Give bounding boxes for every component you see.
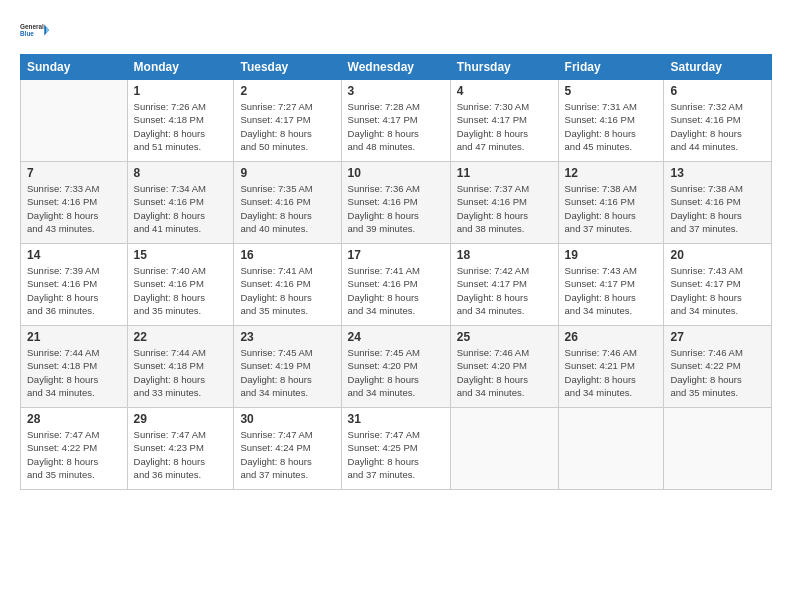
calendar-cell: 4Sunrise: 7:30 AM Sunset: 4:17 PM Daylig… <box>450 80 558 162</box>
day-info: Sunrise: 7:42 AM Sunset: 4:17 PM Dayligh… <box>457 264 552 317</box>
day-info: Sunrise: 7:43 AM Sunset: 4:17 PM Dayligh… <box>565 264 658 317</box>
day-info: Sunrise: 7:37 AM Sunset: 4:16 PM Dayligh… <box>457 182 552 235</box>
day-number: 7 <box>27 166 121 180</box>
calendar-cell: 13Sunrise: 7:38 AM Sunset: 4:16 PM Dayli… <box>664 162 772 244</box>
calendar-cell: 17Sunrise: 7:41 AM Sunset: 4:16 PM Dayli… <box>341 244 450 326</box>
logo-icon: GeneralBlue <box>20 16 52 44</box>
week-row-1: 1Sunrise: 7:26 AM Sunset: 4:18 PM Daylig… <box>21 80 772 162</box>
calendar-cell: 8Sunrise: 7:34 AM Sunset: 4:16 PM Daylig… <box>127 162 234 244</box>
week-row-2: 7Sunrise: 7:33 AM Sunset: 4:16 PM Daylig… <box>21 162 772 244</box>
day-number: 10 <box>348 166 444 180</box>
day-number: 29 <box>134 412 228 426</box>
calendar-cell: 30Sunrise: 7:47 AM Sunset: 4:24 PM Dayli… <box>234 408 341 490</box>
weekday-header-tuesday: Tuesday <box>234 55 341 80</box>
calendar-cell: 24Sunrise: 7:45 AM Sunset: 4:20 PM Dayli… <box>341 326 450 408</box>
day-info: Sunrise: 7:44 AM Sunset: 4:18 PM Dayligh… <box>27 346 121 399</box>
calendar-cell: 11Sunrise: 7:37 AM Sunset: 4:16 PM Dayli… <box>450 162 558 244</box>
day-number: 27 <box>670 330 765 344</box>
calendar-cell: 3Sunrise: 7:28 AM Sunset: 4:17 PM Daylig… <box>341 80 450 162</box>
day-number: 25 <box>457 330 552 344</box>
day-number: 8 <box>134 166 228 180</box>
day-info: Sunrise: 7:46 AM Sunset: 4:21 PM Dayligh… <box>565 346 658 399</box>
day-number: 11 <box>457 166 552 180</box>
day-number: 14 <box>27 248 121 262</box>
day-info: Sunrise: 7:33 AM Sunset: 4:16 PM Dayligh… <box>27 182 121 235</box>
calendar-cell: 18Sunrise: 7:42 AM Sunset: 4:17 PM Dayli… <box>450 244 558 326</box>
day-info: Sunrise: 7:26 AM Sunset: 4:18 PM Dayligh… <box>134 100 228 153</box>
weekday-header-thursday: Thursday <box>450 55 558 80</box>
day-info: Sunrise: 7:30 AM Sunset: 4:17 PM Dayligh… <box>457 100 552 153</box>
day-info: Sunrise: 7:34 AM Sunset: 4:16 PM Dayligh… <box>134 182 228 235</box>
day-number: 26 <box>565 330 658 344</box>
calendar-cell: 15Sunrise: 7:40 AM Sunset: 4:16 PM Dayli… <box>127 244 234 326</box>
calendar-cell: 22Sunrise: 7:44 AM Sunset: 4:18 PM Dayli… <box>127 326 234 408</box>
calendar-cell: 7Sunrise: 7:33 AM Sunset: 4:16 PM Daylig… <box>21 162 128 244</box>
calendar-cell: 9Sunrise: 7:35 AM Sunset: 4:16 PM Daylig… <box>234 162 341 244</box>
weekday-header-monday: Monday <box>127 55 234 80</box>
day-number: 30 <box>240 412 334 426</box>
day-info: Sunrise: 7:38 AM Sunset: 4:16 PM Dayligh… <box>670 182 765 235</box>
day-info: Sunrise: 7:40 AM Sunset: 4:16 PM Dayligh… <box>134 264 228 317</box>
day-info: Sunrise: 7:46 AM Sunset: 4:20 PM Dayligh… <box>457 346 552 399</box>
day-number: 21 <box>27 330 121 344</box>
day-info: Sunrise: 7:45 AM Sunset: 4:20 PM Dayligh… <box>348 346 444 399</box>
week-row-5: 28Sunrise: 7:47 AM Sunset: 4:22 PM Dayli… <box>21 408 772 490</box>
svg-text:Blue: Blue <box>20 30 34 37</box>
day-number: 23 <box>240 330 334 344</box>
day-info: Sunrise: 7:46 AM Sunset: 4:22 PM Dayligh… <box>670 346 765 399</box>
calendar-cell: 23Sunrise: 7:45 AM Sunset: 4:19 PM Dayli… <box>234 326 341 408</box>
day-info: Sunrise: 7:47 AM Sunset: 4:24 PM Dayligh… <box>240 428 334 481</box>
day-info: Sunrise: 7:45 AM Sunset: 4:19 PM Dayligh… <box>240 346 334 399</box>
day-info: Sunrise: 7:47 AM Sunset: 4:22 PM Dayligh… <box>27 428 121 481</box>
week-row-4: 21Sunrise: 7:44 AM Sunset: 4:18 PM Dayli… <box>21 326 772 408</box>
day-info: Sunrise: 7:27 AM Sunset: 4:17 PM Dayligh… <box>240 100 334 153</box>
day-info: Sunrise: 7:35 AM Sunset: 4:16 PM Dayligh… <box>240 182 334 235</box>
weekday-header-friday: Friday <box>558 55 664 80</box>
day-number: 12 <box>565 166 658 180</box>
day-number: 17 <box>348 248 444 262</box>
day-number: 9 <box>240 166 334 180</box>
day-info: Sunrise: 7:31 AM Sunset: 4:16 PM Dayligh… <box>565 100 658 153</box>
weekday-header-saturday: Saturday <box>664 55 772 80</box>
calendar-cell: 28Sunrise: 7:47 AM Sunset: 4:22 PM Dayli… <box>21 408 128 490</box>
calendar-cell <box>450 408 558 490</box>
day-number: 18 <box>457 248 552 262</box>
day-number: 3 <box>348 84 444 98</box>
day-info: Sunrise: 7:41 AM Sunset: 4:16 PM Dayligh… <box>348 264 444 317</box>
calendar-cell: 20Sunrise: 7:43 AM Sunset: 4:17 PM Dayli… <box>664 244 772 326</box>
calendar-cell: 12Sunrise: 7:38 AM Sunset: 4:16 PM Dayli… <box>558 162 664 244</box>
weekday-header-sunday: Sunday <box>21 55 128 80</box>
calendar-page: GeneralBlue SundayMondayTuesdayWednesday… <box>0 0 792 612</box>
svg-marker-3 <box>46 27 49 33</box>
day-number: 4 <box>457 84 552 98</box>
day-number: 24 <box>348 330 444 344</box>
header: GeneralBlue <box>20 16 772 44</box>
day-number: 20 <box>670 248 765 262</box>
day-number: 1 <box>134 84 228 98</box>
day-info: Sunrise: 7:44 AM Sunset: 4:18 PM Dayligh… <box>134 346 228 399</box>
day-info: Sunrise: 7:41 AM Sunset: 4:16 PM Dayligh… <box>240 264 334 317</box>
calendar-cell: 14Sunrise: 7:39 AM Sunset: 4:16 PM Dayli… <box>21 244 128 326</box>
calendar-cell: 27Sunrise: 7:46 AM Sunset: 4:22 PM Dayli… <box>664 326 772 408</box>
day-number: 5 <box>565 84 658 98</box>
day-number: 16 <box>240 248 334 262</box>
day-info: Sunrise: 7:47 AM Sunset: 4:23 PM Dayligh… <box>134 428 228 481</box>
week-row-3: 14Sunrise: 7:39 AM Sunset: 4:16 PM Dayli… <box>21 244 772 326</box>
day-number: 15 <box>134 248 228 262</box>
day-number: 2 <box>240 84 334 98</box>
weekday-header-row: SundayMondayTuesdayWednesdayThursdayFrid… <box>21 55 772 80</box>
calendar-cell: 1Sunrise: 7:26 AM Sunset: 4:18 PM Daylig… <box>127 80 234 162</box>
day-number: 6 <box>670 84 765 98</box>
calendar-cell: 31Sunrise: 7:47 AM Sunset: 4:25 PM Dayli… <box>341 408 450 490</box>
calendar-cell <box>664 408 772 490</box>
day-info: Sunrise: 7:47 AM Sunset: 4:25 PM Dayligh… <box>348 428 444 481</box>
weekday-header-wednesday: Wednesday <box>341 55 450 80</box>
day-number: 19 <box>565 248 658 262</box>
day-number: 28 <box>27 412 121 426</box>
logo: GeneralBlue <box>20 16 52 44</box>
calendar-cell: 19Sunrise: 7:43 AM Sunset: 4:17 PM Dayli… <box>558 244 664 326</box>
calendar-cell: 29Sunrise: 7:47 AM Sunset: 4:23 PM Dayli… <box>127 408 234 490</box>
calendar-cell: 10Sunrise: 7:36 AM Sunset: 4:16 PM Dayli… <box>341 162 450 244</box>
calendar-cell: 25Sunrise: 7:46 AM Sunset: 4:20 PM Dayli… <box>450 326 558 408</box>
calendar-cell: 6Sunrise: 7:32 AM Sunset: 4:16 PM Daylig… <box>664 80 772 162</box>
